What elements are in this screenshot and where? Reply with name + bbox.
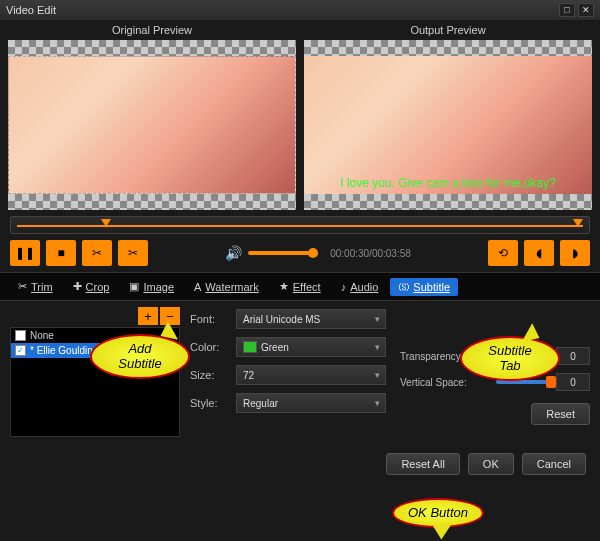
image-icon: ▣ — [129, 280, 139, 293]
pause-button[interactable]: ❚❚ — [10, 240, 40, 266]
callout-add-subtitle: Add Subtitle — [90, 334, 190, 379]
output-preview-label: Output Preview — [304, 22, 592, 40]
tab-bar: ✂Trim ✚Crop ▣Image AWatermark ★Effect ♪A… — [0, 272, 600, 301]
tab-effect[interactable]: ★Effect — [271, 277, 329, 296]
output-video-frame: I love you. Give cam a kiss for me,okay? — [304, 56, 592, 194]
undo-button[interactable]: ⟲ — [488, 240, 518, 266]
original-video-frame — [8, 56, 296, 194]
checkbox-none[interactable] — [15, 330, 26, 341]
scissors-icon: ✂ — [18, 280, 27, 293]
output-preview[interactable]: I love you. Give cam a kiss for me,okay? — [304, 40, 592, 210]
vertical-space-value[interactable]: 0 — [556, 373, 590, 391]
tab-image[interactable]: ▣Image — [121, 277, 182, 296]
timeline[interactable] — [10, 216, 590, 234]
style-label: Style: — [190, 397, 230, 409]
preview-row: Original Preview Output Preview I love y… — [0, 20, 600, 210]
cut-in-button[interactable]: ✂ — [82, 240, 112, 266]
font-select[interactable]: Arial Unicode MS — [236, 309, 386, 329]
watermark-icon: A — [194, 281, 201, 293]
tab-trim[interactable]: ✂Trim — [10, 277, 61, 296]
font-label: Font: — [190, 313, 230, 325]
callout-subtitle-tab: Subtitle Tab — [460, 336, 560, 381]
window-title: Video Edit — [6, 4, 56, 16]
ok-button[interactable]: OK — [468, 453, 514, 475]
vertical-space-label: Vertical Space: — [400, 377, 490, 388]
tab-crop[interactable]: ✚Crop — [65, 277, 118, 296]
callout-ok-button: OK Button — [392, 498, 484, 528]
size-label: Size: — [190, 369, 230, 381]
dialog-footer: Reset All OK Cancel — [0, 445, 600, 485]
tab-subtitle[interactable]: 🄢Subtitle — [390, 278, 458, 296]
cancel-button[interactable]: Cancel — [522, 453, 586, 475]
title-bar: Video Edit □ ✕ — [0, 0, 600, 20]
color-label: Color: — [190, 341, 230, 353]
output-preview-column: Output Preview I love you. Give cam a ki… — [304, 22, 592, 210]
add-subtitle-button[interactable]: + — [138, 307, 158, 325]
reset-button[interactable]: Reset — [531, 403, 590, 425]
volume-slider[interactable] — [248, 251, 318, 255]
volume-control[interactable]: 🔊 — [225, 245, 318, 261]
color-swatch — [243, 341, 257, 353]
bracket-left-button[interactable]: ◖ — [524, 240, 554, 266]
timecode: 00:00:30/00:03:58 — [330, 248, 411, 259]
tab-audio[interactable]: ♪Audio — [333, 278, 387, 296]
timeline-playhead[interactable] — [101, 219, 111, 227]
crop-icon: ✚ — [73, 280, 82, 293]
subtitle-icon: 🄢 — [398, 281, 409, 293]
reset-all-button[interactable]: Reset All — [386, 453, 459, 475]
bracket-right-button[interactable]: ◗ — [560, 240, 590, 266]
volume-icon: 🔊 — [225, 245, 242, 261]
maximize-button[interactable]: □ — [559, 3, 575, 17]
timeline-end-marker[interactable] — [573, 219, 583, 227]
original-preview[interactable] — [8, 40, 296, 210]
size-select[interactable]: 72 — [236, 365, 386, 385]
transparency-value[interactable]: 0 — [556, 347, 590, 365]
close-button[interactable]: ✕ — [578, 3, 594, 17]
stop-button[interactable]: ■ — [46, 240, 76, 266]
note-icon: ♪ — [341, 281, 347, 293]
subtitle-overlay: I love you. Give cam a kiss for me,okay? — [308, 176, 588, 190]
original-preview-label: Original Preview — [8, 22, 296, 40]
color-select[interactable]: Green — [236, 337, 386, 357]
original-preview-column: Original Preview — [8, 22, 296, 210]
tab-watermark[interactable]: AWatermark — [186, 278, 267, 296]
star-icon: ★ — [279, 280, 289, 293]
playback-controls: ❚❚ ■ ✂ ✂ 🔊 00:00:30/00:03:58 ⟲ ◖ ◗ — [0, 236, 600, 272]
checkbox-file[interactable]: ✓ — [15, 345, 26, 356]
style-select[interactable]: Regular — [236, 393, 386, 413]
subtitle-form: Font: Arial Unicode MS Color: Green Size… — [190, 307, 390, 437]
cut-out-button[interactable]: ✂ — [118, 240, 148, 266]
